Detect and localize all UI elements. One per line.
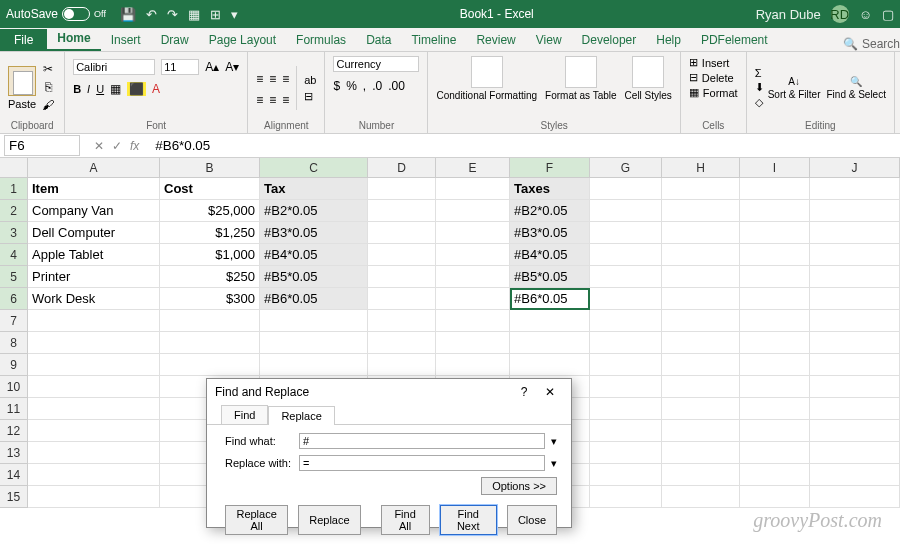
tab-view[interactable]: View [526,29,572,51]
cell[interactable] [28,376,160,398]
cell[interactable] [662,266,740,288]
cell[interactable] [810,310,900,332]
row-header[interactable]: 4 [0,244,28,266]
autosave-toggle[interactable]: AutoSave Off [6,7,106,21]
user-name[interactable]: Ryan Dube [756,7,821,22]
format-button[interactable]: ▦ Format [689,86,738,99]
replace-all-button[interactable]: Replace All [225,505,288,535]
row-header[interactable]: 10 [0,376,28,398]
cell[interactable] [436,178,510,200]
tab-timeline[interactable]: Timeline [401,29,466,51]
cell[interactable] [28,310,160,332]
cell[interactable] [740,376,810,398]
cell[interactable] [740,332,810,354]
cell[interactable] [160,310,260,332]
cell[interactable] [28,442,160,464]
fill-color-icon[interactable]: ⬛ [127,82,146,96]
toggle-switch[interactable] [62,7,90,21]
cell[interactable] [368,354,436,376]
insert-button[interactable]: ⊞ Insert [689,56,738,69]
cell[interactable] [590,464,662,486]
formula-input[interactable] [149,136,900,155]
cell[interactable] [28,332,160,354]
cell[interactable]: #B6*0.05 [510,288,590,310]
currency-icon[interactable]: $ [333,79,340,93]
replace-button[interactable]: Replace [298,505,360,535]
comma-icon[interactable]: , [363,79,366,93]
cell[interactable] [368,332,436,354]
cell[interactable] [260,310,368,332]
col-header-I[interactable]: I [740,158,810,178]
cell[interactable] [260,354,368,376]
col-header-F[interactable]: F [510,158,590,178]
row-header[interactable]: 15 [0,486,28,508]
col-header-D[interactable]: D [368,158,436,178]
cell[interactable] [28,486,160,508]
dropdown-icon[interactable]: ▾ [551,435,557,448]
find-next-button[interactable]: Find Next [440,505,497,535]
row-header[interactable]: 9 [0,354,28,376]
cell[interactable] [662,354,740,376]
cell-styles-button[interactable]: Cell Styles [625,56,672,101]
cell[interactable] [810,398,900,420]
conditional-formatting-button[interactable]: Conditional Formatting [436,56,537,101]
cell[interactable]: #B3*0.05 [510,222,590,244]
cell[interactable] [590,200,662,222]
redo-icon[interactable]: ↷ [167,7,178,22]
row-header[interactable]: 2 [0,200,28,222]
help-icon[interactable]: ? [511,385,537,399]
search-box[interactable]: 🔍 Search [843,37,900,51]
col-header-C[interactable]: C [260,158,368,178]
cell[interactable] [160,332,260,354]
cell[interactable] [662,420,740,442]
tab-find[interactable]: Find [221,405,268,424]
fill-button[interactable]: ⬇ [755,81,764,94]
cell[interactable] [810,332,900,354]
options-button[interactable]: Options >> [481,477,557,495]
dialog-titlebar[interactable]: Find and Replace ? ✕ [207,379,571,405]
cell[interactable] [662,178,740,200]
row-header[interactable]: 5 [0,266,28,288]
cell[interactable]: $250 [160,266,260,288]
cut-icon[interactable]: ✂ [40,62,56,78]
format-painter-icon[interactable]: 🖌 [40,98,56,114]
cell[interactable] [662,376,740,398]
cell[interactable] [590,178,662,200]
cell[interactable]: Dell Computer [28,222,160,244]
cell[interactable] [436,354,510,376]
find-all-button[interactable]: Find All [381,505,430,535]
cancel-icon[interactable]: ✕ [94,139,104,153]
qat-icon-2[interactable]: ⊞ [210,7,221,22]
cell[interactable] [810,486,900,508]
align-left-icon[interactable]: ≡ [256,93,263,107]
cell[interactable] [740,486,810,508]
find-select-button[interactable]: 🔍Find & Select [826,76,885,100]
dropdown-icon[interactable]: ▾ [551,457,557,470]
cell[interactable] [590,244,662,266]
cell[interactable] [740,442,810,464]
cell[interactable] [368,200,436,222]
align-top-icon[interactable]: ≡ [256,72,263,86]
cell[interactable] [28,420,160,442]
cell[interactable] [662,486,740,508]
col-header-B[interactable]: B [160,158,260,178]
col-header-H[interactable]: H [662,158,740,178]
bold-button[interactable]: B [73,83,81,95]
cell[interactable] [436,288,510,310]
increase-font-icon[interactable]: A▴ [205,60,219,74]
col-header-E[interactable]: E [436,158,510,178]
cell[interactable] [28,464,160,486]
cell[interactable] [740,288,810,310]
cell[interactable] [810,288,900,310]
cell[interactable] [740,200,810,222]
tab-page-layout[interactable]: Page Layout [199,29,286,51]
tab-formulas[interactable]: Formulas [286,29,356,51]
undo-icon[interactable]: ↶ [146,7,157,22]
align-bot-icon[interactable]: ≡ [282,72,289,86]
cell[interactable] [740,244,810,266]
cell[interactable] [436,222,510,244]
cell[interactable]: #B2*0.05 [510,200,590,222]
cell[interactable] [662,398,740,420]
cell[interactable] [510,332,590,354]
cell[interactable] [510,310,590,332]
